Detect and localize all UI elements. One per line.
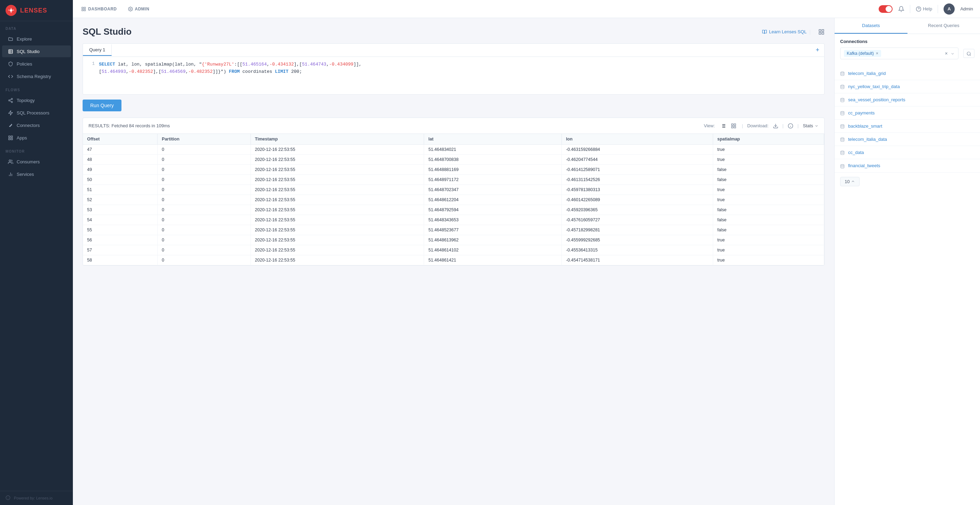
learn-link[interactable]: Learn Lenses SQL bbox=[762, 29, 807, 34]
col-lon: lon bbox=[562, 134, 713, 145]
sidebar-item-sql-processors[interactable]: SQL Processors bbox=[2, 107, 71, 119]
info-circle-icon[interactable] bbox=[788, 122, 793, 129]
apps-icon bbox=[8, 135, 13, 140]
connection-clear-icon[interactable]: × bbox=[945, 51, 948, 56]
layout-icon[interactable] bbox=[818, 28, 824, 35]
cell-timestamp: 2020-12-16 22:53:55 bbox=[251, 185, 424, 195]
cell-partition: 0 bbox=[158, 165, 251, 175]
help-label: Help bbox=[923, 6, 932, 11]
toggle-knob bbox=[886, 6, 892, 12]
topnav-divider-2 bbox=[938, 5, 938, 13]
sidebar-item-label-schema-registry: Schema Registry bbox=[17, 74, 51, 79]
code-editor[interactable]: 1 SELECT lat, lon, spatialmap(lat,lon, "… bbox=[83, 57, 824, 95]
sidebar-item-policies[interactable]: Policies bbox=[2, 58, 71, 70]
code-str-1: {'Runway27L' bbox=[202, 62, 234, 67]
chevron-up-icon bbox=[851, 179, 855, 183]
list-view-icon[interactable] bbox=[719, 122, 727, 129]
nav-admin[interactable]: ADMIN bbox=[127, 0, 151, 18]
query-tab-label: Query 1 bbox=[89, 47, 105, 52]
cell-offset: 52 bbox=[83, 195, 158, 205]
sidebar-item-explore[interactable]: Explore bbox=[2, 33, 71, 45]
cell-lon: -0.454714538171 bbox=[562, 255, 713, 265]
dataset-label: backblaze_smart bbox=[848, 124, 882, 129]
code-num-4: 51.464569 bbox=[161, 69, 185, 74]
dataset-item-telecom_italia_data[interactable]: telecom_italia_data bbox=[835, 133, 980, 146]
dataset-item-nyc_yellow_taxi_trip_data[interactable]: nyc_yellow_taxi_trip_data bbox=[835, 80, 980, 93]
nav-admin-label: ADMIN bbox=[135, 6, 150, 11]
help-button[interactable]: Help bbox=[916, 6, 932, 12]
svg-point-47 bbox=[841, 85, 844, 86]
nav-dashboard[interactable]: DASHBOARD bbox=[80, 0, 118, 18]
table-row: 47 0 2020-12-16 22:53:55 51.464834021 -0… bbox=[83, 145, 824, 155]
connection-search-button[interactable] bbox=[963, 49, 974, 58]
add-tab-button[interactable]: + bbox=[811, 44, 824, 57]
theme-toggle[interactable] bbox=[879, 5, 892, 13]
sidebar-item-services[interactable]: Services bbox=[2, 168, 71, 180]
code-plain-12: coordinates bbox=[240, 69, 275, 74]
sidebar-item-sql-studio[interactable]: SQL Studio bbox=[2, 45, 71, 57]
dataset-item-sea_vessel_position_reports[interactable]: sea_vessel_position_reports bbox=[835, 93, 980, 106]
table-row: 52 0 2020-12-16 22:53:55 51.4648612204 -… bbox=[83, 195, 824, 205]
code-plain-2: :[[ bbox=[234, 62, 242, 67]
table-row: 54 0 2020-12-16 22:53:55 51.4648343653 -… bbox=[83, 215, 824, 225]
admin-label: Admin bbox=[960, 6, 973, 11]
dataset-item-financial_tweets[interactable]: financial_tweets bbox=[835, 159, 980, 172]
cell-offset: 47 bbox=[83, 145, 158, 155]
dataset-item-cc_data[interactable]: cc_data bbox=[835, 146, 980, 159]
dataset-item-telecom_italia_grid[interactable]: telecom_italia_grid bbox=[835, 67, 980, 80]
code-str-4: -0.482352 bbox=[129, 69, 153, 74]
svg-rect-22 bbox=[84, 10, 85, 11]
kafka-tag-label: Kafka (default) bbox=[847, 51, 874, 56]
svg-point-53 bbox=[841, 164, 844, 165]
footer-text: Powered by: Lenses.io bbox=[14, 496, 52, 500]
cell-lon: -0.463159266884 bbox=[562, 145, 713, 155]
line-number-1: 1 bbox=[88, 61, 95, 68]
run-query-button[interactable]: Run Query bbox=[83, 100, 121, 111]
sidebar-item-topology[interactable]: Topology bbox=[2, 94, 71, 106]
tab-datasets[interactable]: Datasets bbox=[835, 18, 907, 33]
dataset-item-cc_payments[interactable]: cc_payments bbox=[835, 106, 980, 120]
connections-input[interactable]: Kafka (default) × × bbox=[840, 48, 958, 59]
notification-icon[interactable] bbox=[898, 5, 904, 13]
avatar[interactable]: A bbox=[943, 3, 955, 14]
query-tab-1[interactable]: Query 1 bbox=[83, 44, 112, 56]
sidebar-item-consumers[interactable]: Consumers bbox=[2, 156, 71, 168]
bolt-icon bbox=[8, 110, 13, 116]
cell-lon: -0.461311542526 bbox=[562, 175, 713, 185]
gear-icon bbox=[128, 6, 133, 11]
download-icon[interactable] bbox=[773, 123, 778, 129]
svg-point-51 bbox=[841, 138, 844, 139]
grid-view-icon[interactable] bbox=[729, 122, 738, 129]
sidebar-item-connectors[interactable]: Connectors bbox=[2, 119, 71, 131]
cell-partition: 0 bbox=[158, 245, 251, 255]
connection-dropdown-icon[interactable] bbox=[950, 51, 955, 56]
tab-recent-queries[interactable]: Recent Queries bbox=[907, 18, 980, 33]
stats-button[interactable]: Stats bbox=[803, 123, 819, 128]
cell-spatialmap: true bbox=[713, 145, 824, 155]
pagination-button[interactable]: 10 bbox=[840, 177, 859, 186]
section-label-monitor: MONITOR bbox=[0, 144, 73, 156]
kafka-tag-close[interactable]: × bbox=[876, 51, 878, 56]
cell-partition: 0 bbox=[158, 145, 251, 155]
cell-lon: -0.460142265089 bbox=[562, 195, 713, 205]
cell-lon: -0.459781380313 bbox=[562, 185, 713, 195]
sidebar-item-apps[interactable]: Apps bbox=[2, 132, 71, 144]
code-plain-1: lat, lon, spatialmap(lat,lon, " bbox=[118, 62, 202, 67]
cell-lon: -0.457616059727 bbox=[562, 215, 713, 225]
sidebar-item-schema-registry[interactable]: Schema Registry bbox=[2, 70, 71, 82]
code-plain-3: , bbox=[267, 62, 270, 67]
cell-spatialmap: true bbox=[713, 255, 824, 265]
users-icon bbox=[8, 159, 13, 164]
keyword-from: FROM bbox=[229, 69, 240, 74]
keyword-select: SELECT bbox=[99, 62, 115, 67]
svg-point-23 bbox=[130, 8, 131, 10]
svg-rect-39 bbox=[734, 126, 736, 128]
code-num-2: 51.464743 bbox=[302, 62, 326, 67]
chart-icon bbox=[81, 6, 86, 11]
table-row: 51 0 2020-12-16 22:53:55 51.4648702347 -… bbox=[83, 185, 824, 195]
code-line-1: 1 SELECT lat, lon, spatialmap(lat,lon, "… bbox=[88, 61, 819, 68]
col-spatialmap: spatialmap bbox=[713, 134, 824, 145]
dataset-item-backblaze_smart[interactable]: backblaze_smart bbox=[835, 120, 980, 133]
share-icon bbox=[8, 97, 13, 103]
cell-lat: 51.4648613962 bbox=[424, 235, 562, 245]
